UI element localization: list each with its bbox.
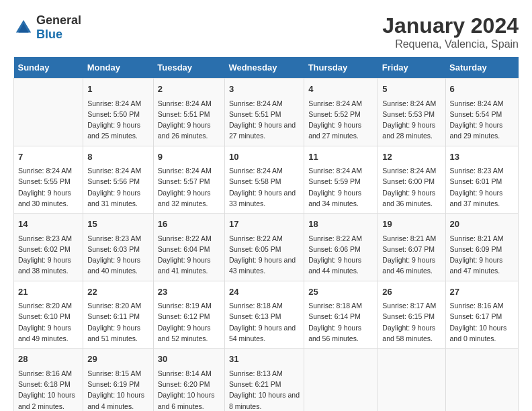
calendar-week-row: 1Sunrise: 8:24 AM Sunset: 5:50 PM Daylig… bbox=[14, 79, 519, 146]
cell-content: Sunrise: 8:24 AM Sunset: 5:52 PM Dayligh… bbox=[308, 98, 373, 142]
calendar-cell: 22Sunrise: 8:20 AM Sunset: 6:11 PM Dayli… bbox=[83, 281, 154, 349]
day-number: 9 bbox=[158, 150, 220, 164]
cell-content: Sunrise: 8:20 AM Sunset: 6:10 PM Dayligh… bbox=[18, 300, 79, 344]
cell-content: Sunrise: 8:22 AM Sunset: 6:06 PM Dayligh… bbox=[308, 233, 373, 277]
calendar-week-row: 21Sunrise: 8:20 AM Sunset: 6:10 PM Dayli… bbox=[14, 281, 519, 349]
cell-content: Sunrise: 8:23 AM Sunset: 6:02 PM Dayligh… bbox=[18, 233, 79, 277]
title-area: January 2024 Requena, Valencia, Spain bbox=[382, 13, 519, 50]
calendar-cell: 20Sunrise: 8:21 AM Sunset: 6:09 PM Dayli… bbox=[445, 214, 519, 281]
calendar-cell: 8Sunrise: 8:24 AM Sunset: 5:56 PM Daylig… bbox=[83, 146, 154, 214]
calendar-cell: 5Sunrise: 8:24 AM Sunset: 5:53 PM Daylig… bbox=[378, 79, 445, 146]
cell-content: Sunrise: 8:21 AM Sunset: 6:09 PM Dayligh… bbox=[450, 233, 515, 277]
cell-content: Sunrise: 8:24 AM Sunset: 5:50 PM Dayligh… bbox=[87, 98, 149, 142]
cell-content: Sunrise: 8:17 AM Sunset: 6:15 PM Dayligh… bbox=[382, 300, 441, 344]
cell-content: Sunrise: 8:24 AM Sunset: 5:55 PM Dayligh… bbox=[18, 165, 79, 209]
cell-content: Sunrise: 8:24 AM Sunset: 5:57 PM Dayligh… bbox=[158, 165, 220, 209]
calendar-cell: 2Sunrise: 8:24 AM Sunset: 5:51 PM Daylig… bbox=[153, 79, 224, 146]
calendar-table: SundayMondayTuesdayWednesdayThursdayFrid… bbox=[13, 57, 519, 411]
cell-content: Sunrise: 8:20 AM Sunset: 6:11 PM Dayligh… bbox=[87, 300, 149, 344]
day-number: 21 bbox=[18, 285, 79, 299]
day-number: 16 bbox=[158, 218, 220, 231]
page-subtitle: Requena, Valencia, Spain bbox=[382, 38, 519, 50]
cell-content: Sunrise: 8:22 AM Sunset: 6:04 PM Dayligh… bbox=[158, 233, 220, 277]
weekday-header-row: SundayMondayTuesdayWednesdayThursdayFrid… bbox=[14, 57, 519, 79]
calendar-cell: 6Sunrise: 8:24 AM Sunset: 5:54 PM Daylig… bbox=[445, 79, 519, 146]
calendar-cell bbox=[14, 79, 83, 146]
cell-content: Sunrise: 8:16 AM Sunset: 6:17 PM Dayligh… bbox=[450, 300, 515, 344]
day-number: 28 bbox=[18, 353, 79, 366]
calendar-cell: 17Sunrise: 8:22 AM Sunset: 6:05 PM Dayli… bbox=[224, 214, 304, 281]
day-number: 1 bbox=[87, 83, 149, 96]
cell-content: Sunrise: 8:18 AM Sunset: 6:14 PM Dayligh… bbox=[308, 300, 373, 344]
day-number: 17 bbox=[229, 218, 300, 231]
day-number: 5 bbox=[382, 83, 441, 96]
cell-content: Sunrise: 8:16 AM Sunset: 6:18 PM Dayligh… bbox=[18, 368, 79, 411]
logo: General Blue bbox=[13, 13, 81, 42]
day-number: 29 bbox=[87, 353, 149, 366]
day-number: 25 bbox=[308, 285, 373, 299]
calendar-cell: 24Sunrise: 8:18 AM Sunset: 6:13 PM Dayli… bbox=[224, 281, 304, 349]
calendar-cell: 26Sunrise: 8:17 AM Sunset: 6:15 PM Dayli… bbox=[378, 281, 445, 349]
day-number: 8 bbox=[87, 150, 149, 164]
calendar-cell: 29Sunrise: 8:15 AM Sunset: 6:19 PM Dayli… bbox=[83, 349, 154, 411]
day-number: 11 bbox=[308, 150, 373, 164]
calendar-cell: 13Sunrise: 8:23 AM Sunset: 6:01 PM Dayli… bbox=[445, 146, 519, 214]
calendar-cell: 15Sunrise: 8:23 AM Sunset: 6:03 PM Dayli… bbox=[83, 214, 154, 281]
calendar-cell: 23Sunrise: 8:19 AM Sunset: 6:12 PM Dayli… bbox=[153, 281, 224, 349]
calendar-cell: 3Sunrise: 8:24 AM Sunset: 5:51 PM Daylig… bbox=[224, 79, 304, 146]
day-number: 6 bbox=[450, 83, 515, 96]
calendar-cell bbox=[445, 349, 519, 411]
cell-content: Sunrise: 8:23 AM Sunset: 6:01 PM Dayligh… bbox=[450, 165, 515, 209]
calendar-cell: 25Sunrise: 8:18 AM Sunset: 6:14 PM Dayli… bbox=[304, 281, 378, 349]
cell-content: Sunrise: 8:18 AM Sunset: 6:13 PM Dayligh… bbox=[229, 300, 300, 344]
cell-content: Sunrise: 8:24 AM Sunset: 5:58 PM Dayligh… bbox=[229, 165, 300, 209]
day-number: 26 bbox=[382, 285, 441, 299]
cell-content: Sunrise: 8:24 AM Sunset: 5:51 PM Dayligh… bbox=[229, 98, 300, 142]
day-number: 13 bbox=[450, 150, 515, 164]
calendar-cell: 14Sunrise: 8:23 AM Sunset: 6:02 PM Dayli… bbox=[14, 214, 83, 281]
weekday-header: Tuesday bbox=[153, 57, 224, 79]
cell-content: Sunrise: 8:24 AM Sunset: 5:53 PM Dayligh… bbox=[382, 98, 441, 142]
cell-content: Sunrise: 8:22 AM Sunset: 6:05 PM Dayligh… bbox=[229, 233, 300, 277]
day-number: 2 bbox=[158, 83, 220, 96]
calendar-cell: 11Sunrise: 8:24 AM Sunset: 5:59 PM Dayli… bbox=[304, 146, 378, 214]
day-number: 31 bbox=[229, 353, 300, 366]
day-number: 27 bbox=[450, 285, 515, 299]
calendar-cell: 7Sunrise: 8:24 AM Sunset: 5:55 PM Daylig… bbox=[14, 146, 83, 214]
day-number: 7 bbox=[18, 150, 79, 164]
day-number: 24 bbox=[229, 285, 300, 299]
weekday-header: Wednesday bbox=[224, 57, 304, 79]
day-number: 4 bbox=[308, 83, 373, 96]
calendar-cell: 10Sunrise: 8:24 AM Sunset: 5:58 PM Dayli… bbox=[224, 146, 304, 214]
day-number: 10 bbox=[229, 150, 300, 164]
cell-content: Sunrise: 8:13 AM Sunset: 6:21 PM Dayligh… bbox=[229, 368, 300, 411]
calendar-week-row: 7Sunrise: 8:24 AM Sunset: 5:55 PM Daylig… bbox=[14, 146, 519, 214]
calendar-week-row: 28Sunrise: 8:16 AM Sunset: 6:18 PM Dayli… bbox=[14, 349, 519, 411]
calendar-cell: 30Sunrise: 8:14 AM Sunset: 6:20 PM Dayli… bbox=[153, 349, 224, 411]
page-header: General Blue January 2024 Requena, Valen… bbox=[13, 13, 519, 50]
calendar-cell: 31Sunrise: 8:13 AM Sunset: 6:21 PM Dayli… bbox=[224, 349, 304, 411]
logo-icon bbox=[13, 17, 34, 38]
day-number: 19 bbox=[382, 218, 441, 231]
calendar-cell bbox=[304, 349, 378, 411]
cell-content: Sunrise: 8:24 AM Sunset: 5:59 PM Dayligh… bbox=[308, 165, 373, 209]
day-number: 23 bbox=[158, 285, 220, 299]
calendar-cell: 1Sunrise: 8:24 AM Sunset: 5:50 PM Daylig… bbox=[83, 79, 154, 146]
cell-content: Sunrise: 8:23 AM Sunset: 6:03 PM Dayligh… bbox=[87, 233, 149, 277]
calendar-cell bbox=[378, 349, 445, 411]
calendar-week-row: 14Sunrise: 8:23 AM Sunset: 6:02 PM Dayli… bbox=[14, 214, 519, 281]
calendar-cell: 28Sunrise: 8:16 AM Sunset: 6:18 PM Dayli… bbox=[14, 349, 83, 411]
calendar-cell: 19Sunrise: 8:21 AM Sunset: 6:07 PM Dayli… bbox=[378, 214, 445, 281]
calendar-cell: 16Sunrise: 8:22 AM Sunset: 6:04 PM Dayli… bbox=[153, 214, 224, 281]
cell-content: Sunrise: 8:24 AM Sunset: 5:56 PM Dayligh… bbox=[87, 165, 149, 209]
day-number: 14 bbox=[18, 218, 79, 231]
cell-content: Sunrise: 8:19 AM Sunset: 6:12 PM Dayligh… bbox=[158, 300, 220, 344]
day-number: 15 bbox=[87, 218, 149, 231]
calendar-cell: 12Sunrise: 8:24 AM Sunset: 6:00 PM Dayli… bbox=[378, 146, 445, 214]
logo-blue: Blue bbox=[36, 28, 62, 41]
calendar-cell: 21Sunrise: 8:20 AM Sunset: 6:10 PM Dayli… bbox=[14, 281, 83, 349]
cell-content: Sunrise: 8:15 AM Sunset: 6:19 PM Dayligh… bbox=[87, 368, 149, 411]
cell-content: Sunrise: 8:24 AM Sunset: 5:54 PM Dayligh… bbox=[450, 98, 515, 142]
cell-content: Sunrise: 8:24 AM Sunset: 6:00 PM Dayligh… bbox=[382, 165, 441, 209]
cell-content: Sunrise: 8:14 AM Sunset: 6:20 PM Dayligh… bbox=[158, 368, 220, 411]
